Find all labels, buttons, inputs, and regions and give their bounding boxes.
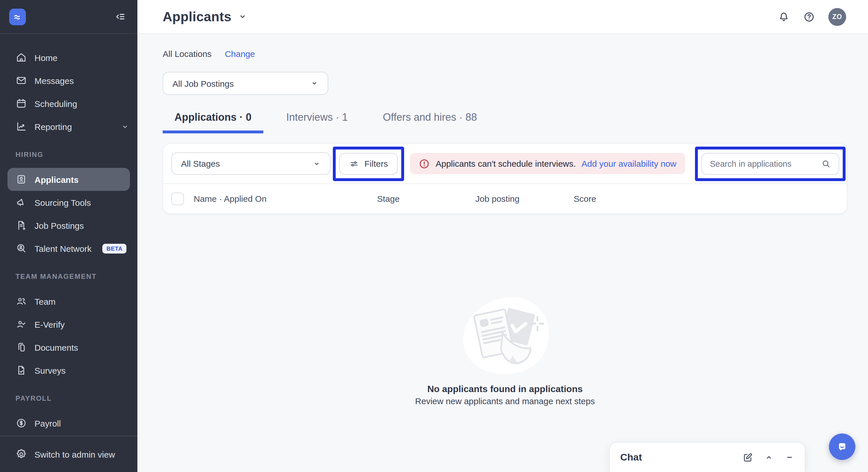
empty-state-subtitle: Review new applicants and manage next st… [415, 396, 595, 406]
chat-launcher-button[interactable] [829, 434, 855, 460]
sidebar-item-label: Payroll [34, 418, 61, 428]
add-availability-link[interactable]: Add your availability now [582, 159, 676, 168]
person-search-icon [16, 243, 27, 254]
search-highlight-annotation [695, 146, 845, 181]
minimize-icon[interactable] [785, 452, 795, 462]
stage-select[interactable]: All Stages [171, 152, 331, 175]
collapse-sidebar-icon[interactable] [114, 11, 126, 23]
app: Home Messages Scheduling Reporting HIRIN… [0, 0, 868, 472]
location-label: All Locations [163, 49, 212, 59]
switch-to-admin-view-label: Switch to admin view [34, 449, 115, 459]
column-job-posting[interactable]: Job posting [475, 194, 574, 203]
chevron-down-icon[interactable] [121, 122, 129, 131]
chevron-up-icon[interactable] [764, 452, 774, 462]
sidebar-item-label: Talent Network [34, 244, 91, 253]
location-row: All Locations Change [163, 49, 847, 59]
job-postings-select-value: All Job Postings [173, 78, 234, 88]
sidebar-item-label: Home [34, 53, 58, 62]
document-check-icon [16, 365, 27, 376]
column-name-applied-on[interactable]: Name · Applied On [194, 194, 377, 203]
filters-button-label: Filters [365, 159, 388, 168]
empty-state: No applicants found in applications Revi… [163, 294, 847, 406]
column-score[interactable]: Score [574, 194, 847, 203]
sidebar-item-e-verify[interactable]: E-Verify [0, 313, 137, 336]
sidebar-header [0, 0, 137, 34]
chat-bubble-icon [835, 439, 849, 454]
sidebar-item-label: E-Verify [34, 319, 65, 329]
document-plus-icon [16, 220, 27, 231]
sidebar-nav: Home Messages Scheduling Reporting HIRIN… [0, 34, 137, 431]
stage-select-value: All Stages [181, 159, 220, 168]
change-location-link[interactable]: Change [225, 49, 255, 59]
gear-icon [16, 448, 27, 460]
sidebar-item-documents[interactable]: Documents [0, 336, 137, 359]
dollar-circle-icon [16, 417, 27, 429]
tabs: Applications · 0 Interviews · 1 Offers a… [163, 112, 847, 133]
empty-state-title: No applicants found in applications [427, 384, 583, 395]
chart-icon [16, 121, 27, 132]
help-circle-icon[interactable] [803, 11, 815, 23]
sidebar-item-scheduling[interactable]: Scheduling [0, 92, 137, 115]
sidebar-item-job-postings[interactable]: Job Postings [0, 214, 137, 237]
applications-card: All Stages Filters Applicants can't sche… [163, 143, 847, 214]
column-stage[interactable]: Stage [377, 194, 475, 203]
sidebar-item-label: Surveys [34, 365, 65, 375]
sidebar-item-applicants[interactable]: Applicants [7, 168, 130, 191]
tab-offers-and-hires[interactable]: Offers and hires · 88 [383, 112, 477, 133]
megaphone-icon [16, 197, 27, 208]
sidebar-item-payroll[interactable]: Payroll [0, 412, 137, 431]
sidebar-item-talent-network[interactable]: Talent Network BETA [0, 237, 137, 260]
sidebar-item-label: Team [34, 296, 56, 306]
homebase-logo[interactable] [9, 8, 26, 25]
empty-state-illustration [447, 294, 562, 375]
chevron-down-icon [310, 79, 318, 87]
bell-icon[interactable] [778, 11, 790, 23]
topbar-actions: ZO [778, 8, 846, 26]
sidebar-item-sourcing-tools[interactable]: Sourcing Tools [0, 191, 137, 214]
main: Applicants ZO All Locations Change All J… [137, 0, 868, 472]
table-header-row: Name · Applied On Stage Job posting Scor… [163, 184, 847, 213]
compose-icon[interactable] [742, 452, 753, 463]
sidebar-item-label: Scheduling [34, 99, 77, 108]
user-avatar[interactable]: ZO [828, 8, 846, 26]
mail-icon [16, 75, 27, 86]
topbar: Applicants ZO [137, 0, 868, 34]
chat-panel-title: Chat [620, 451, 642, 463]
search-input[interactable] [710, 159, 816, 168]
page-title[interactable]: Applicants [163, 9, 231, 25]
sidebar-item-label: Documents [34, 342, 78, 352]
applicant-badge-icon [16, 174, 27, 185]
magnifier-icon[interactable] [821, 158, 831, 169]
chat-panel-actions [742, 452, 795, 463]
banner-message: Applicants can't schedule interviews. [436, 159, 576, 168]
job-postings-select[interactable]: All Job Postings [163, 72, 328, 95]
alert-circle-icon [418, 158, 430, 169]
tab-applications[interactable]: Applications · 0 [163, 112, 263, 133]
search-box [701, 153, 839, 175]
filters-button[interactable]: Filters [339, 153, 398, 175]
sidebar-item-label: Reporting [34, 122, 72, 131]
tab-interviews[interactable]: Interviews · 1 [286, 112, 348, 133]
filters-highlight-annotation: Filters [333, 146, 404, 181]
title-chevron-down-icon[interactable] [238, 12, 247, 21]
sidebar-item-messages[interactable]: Messages [0, 69, 137, 92]
content: All Locations Change All Job Postings Ap… [137, 34, 868, 472]
homebase-waves-icon [12, 11, 23, 22]
sidebar-item-label: Job Postings [34, 220, 84, 230]
chevron-down-icon [313, 160, 321, 167]
sidebar-section-hiring: HIRING [0, 146, 137, 163]
sidebar: Home Messages Scheduling Reporting HIRIN… [0, 0, 137, 472]
sidebar-item-label: Applicants [34, 175, 79, 184]
sidebar-item-home[interactable]: Home [0, 46, 137, 69]
select-all-checkbox[interactable] [171, 192, 184, 205]
sidebar-item-reporting[interactable]: Reporting [0, 115, 137, 138]
switch-to-admin-view[interactable]: Switch to admin view [0, 436, 137, 472]
sidebar-item-team[interactable]: Team [0, 290, 137, 313]
sidebar-item-surveys[interactable]: Surveys [0, 359, 137, 382]
availability-warning-banner: Applicants can't schedule interviews. Ad… [410, 153, 685, 174]
sidebar-item-label: Messages [34, 75, 74, 85]
calendar-icon [16, 98, 27, 109]
home-icon [16, 52, 27, 63]
sidebar-section-payroll: PAYROLL [0, 390, 137, 407]
sidebar-item-label: Sourcing Tools [34, 197, 91, 207]
